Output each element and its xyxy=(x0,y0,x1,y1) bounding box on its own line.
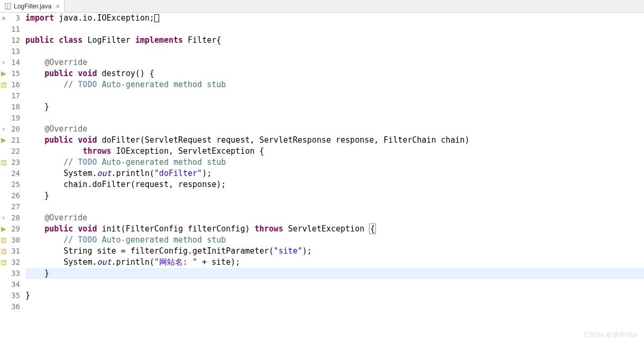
code-line[interactable] xyxy=(25,301,644,312)
token: public xyxy=(44,224,73,234)
token: @Override xyxy=(44,58,87,67)
code-line[interactable]: @Override xyxy=(25,57,644,68)
token: .println( xyxy=(112,169,154,178)
code-line[interactable]: } xyxy=(25,190,644,201)
gutter-marker xyxy=(0,190,7,201)
gutter-marker xyxy=(0,179,7,190)
close-icon[interactable]: × xyxy=(53,2,60,10)
svg-text:!: ! xyxy=(3,261,5,265)
svg-marker-5 xyxy=(1,138,6,143)
token: { xyxy=(369,224,376,234)
code-line[interactable] xyxy=(25,201,644,212)
code-line[interactable]: } xyxy=(25,268,644,279)
line-number: 31 xyxy=(7,246,20,257)
code-line[interactable] xyxy=(25,24,644,35)
token: } xyxy=(25,291,30,300)
token: void xyxy=(78,69,97,78)
token: init(FilterConfig xyxy=(97,224,188,234)
token: doFilter(ServletRequest xyxy=(97,135,216,145)
code-line[interactable]: // TODO Auto-generated method stub xyxy=(25,79,644,90)
code-line[interactable] xyxy=(25,90,644,101)
line-number: 20 xyxy=(7,124,20,135)
code-line[interactable]: import java.io.IOException; xyxy=(25,13,644,24)
token: Auto-generated method stub xyxy=(97,80,226,89)
token xyxy=(25,80,63,89)
token xyxy=(25,58,44,67)
svg-marker-2 xyxy=(1,71,6,77)
token xyxy=(25,157,63,167)
token: String site = filterConfig.getInitParame… xyxy=(25,246,274,256)
token: throws xyxy=(82,146,111,156)
token: Auto-generated method stub xyxy=(97,235,226,245)
token: , FilterChain xyxy=(374,135,440,145)
line-number: 32 xyxy=(7,257,20,268)
code-line[interactable]: throws IOException, ServletException { xyxy=(25,146,644,157)
line-number: 17 xyxy=(7,90,20,101)
token: "site" xyxy=(274,246,302,256)
token: java.io.IOException; xyxy=(54,13,154,23)
line-number: 19 xyxy=(7,113,20,124)
line-number: 34 xyxy=(7,279,20,290)
line-number: 27 xyxy=(7,201,20,212)
code-line[interactable]: chain.doFilter(request, response); xyxy=(25,179,644,190)
code-line[interactable]: @Override xyxy=(25,212,644,224)
gutter-marker: ! xyxy=(0,246,7,257)
gutter-marker: ⊖ xyxy=(0,57,7,68)
line-number: 26 xyxy=(7,190,20,201)
svg-text:!: ! xyxy=(3,249,5,254)
token: } xyxy=(25,102,49,111)
token: LogFilter xyxy=(82,35,135,45)
code-line[interactable]: String site = filterConfig.getInitParame… xyxy=(25,246,644,257)
gutter-marker xyxy=(0,279,7,290)
code-line[interactable]: public class LogFilter implements Filter… xyxy=(25,35,644,46)
code-area[interactable]: import java.io.IOException;public class … xyxy=(22,13,644,344)
line-number: 13 xyxy=(7,46,20,57)
token: public xyxy=(44,135,73,145)
line-number: 28 xyxy=(7,212,20,224)
gutter-marker xyxy=(0,24,7,35)
gutter-marker xyxy=(0,146,7,157)
code-line[interactable] xyxy=(25,279,644,290)
collapsed-fold-icon[interactable] xyxy=(154,14,159,22)
token: out xyxy=(97,257,111,267)
token: throws xyxy=(255,224,283,234)
gutter-marker xyxy=(0,201,7,212)
token: ); xyxy=(302,246,312,256)
code-line[interactable]: public void init(FilterConfig filterConf… xyxy=(25,224,644,235)
gutter-marker: ! xyxy=(0,235,7,246)
token: ServletException xyxy=(283,224,370,234)
token: ) xyxy=(245,224,254,234)
editor-tab[interactable]: J LogFilter.java × xyxy=(0,0,65,12)
code-line[interactable] xyxy=(25,46,644,57)
token: public xyxy=(25,35,54,45)
token xyxy=(25,146,82,156)
code-line[interactable]: System.out.println("doFilter"); xyxy=(25,168,644,179)
code-line[interactable]: // TODO Auto-generated method stub xyxy=(25,157,644,168)
watermark: CSDN @梦年华a xyxy=(584,330,637,340)
token: } xyxy=(25,191,49,200)
line-number: 15 xyxy=(7,68,20,79)
code-line[interactable] xyxy=(25,113,644,124)
code-line[interactable]: System.out.println("网站名: " + site); xyxy=(25,257,644,268)
gutter-marker xyxy=(0,224,7,235)
line-number: 14 xyxy=(7,57,20,68)
code-line[interactable]: // TODO Auto-generated method stub xyxy=(25,235,644,246)
token: filterConfig xyxy=(188,224,245,234)
code-line[interactable]: public void destroy() { xyxy=(25,68,644,79)
gutter-marker xyxy=(0,113,7,124)
token: TODO xyxy=(78,157,97,167)
token xyxy=(73,224,78,234)
line-number: 11 xyxy=(7,24,20,35)
code-line[interactable]: public void doFilter(ServletRequest requ… xyxy=(25,135,644,146)
code-line[interactable]: @Override xyxy=(25,124,644,135)
code-line[interactable]: } xyxy=(25,101,644,113)
line-number: 18 xyxy=(7,101,20,113)
gutter-marker xyxy=(0,35,7,46)
token: ) xyxy=(465,135,470,145)
tab-bar: J LogFilter.java × xyxy=(0,0,644,13)
line-number: 33 xyxy=(7,268,20,279)
code-line[interactable]: } xyxy=(25,290,644,301)
gutter-marker: ⊖ xyxy=(0,124,7,135)
token: Filter{ xyxy=(183,35,221,45)
line-number: 16 xyxy=(7,79,20,90)
